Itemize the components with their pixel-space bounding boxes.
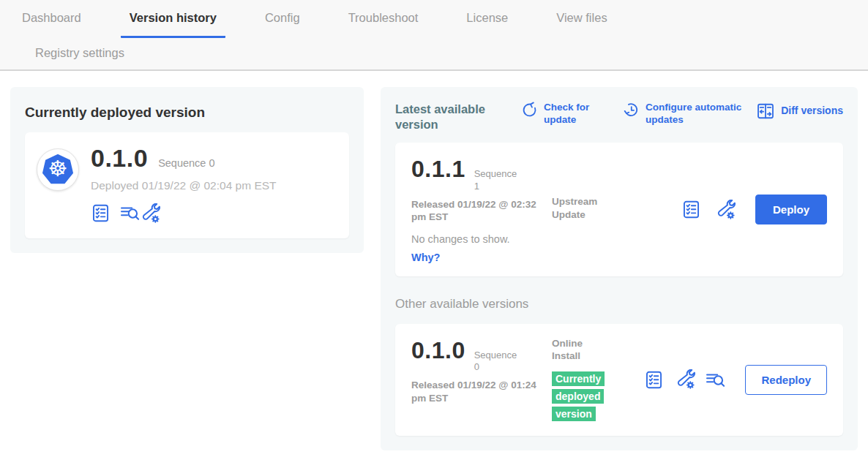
preflight-checks-icon[interactable] bbox=[681, 200, 701, 219]
preflight-checks-icon[interactable] bbox=[644, 370, 664, 390]
redeploy-button[interactable]: Redeploy bbox=[745, 365, 827, 395]
latest-version-info: 0.1.1 Sequence 1 Released 01/19/22 @ 02:… bbox=[411, 156, 552, 263]
currently-deployed-heading: Currently deployed version bbox=[25, 105, 349, 121]
latest-version-number: 0.1.1 bbox=[411, 156, 465, 183]
current-sequence-label: Sequence 0 bbox=[158, 157, 214, 169]
nav-tabs-row-2: Registry settings bbox=[0, 38, 868, 69]
online-install-label: Online Install bbox=[552, 337, 602, 363]
nav-tabs-row: Dashboard Version history Config Trouble… bbox=[0, 0, 868, 38]
currently-deployed-panel: Currently deployed version ☸ 0.1.0 Seque… bbox=[10, 87, 364, 253]
current-version-number: 0.1.0 bbox=[91, 144, 148, 173]
tab-view-files[interactable]: View files bbox=[547, 0, 616, 38]
deploy-button[interactable]: Deploy bbox=[755, 195, 827, 224]
schedule-update-icon bbox=[623, 102, 640, 127]
tab-version-history[interactable]: Version history bbox=[121, 0, 225, 38]
currently-deployed-card: ☸ 0.1.0 Sequence 0 Deployed 01/19/22 @ 0… bbox=[25, 132, 349, 238]
edit-config-icon[interactable] bbox=[716, 200, 736, 220]
other-sequence-label: Sequence 0 bbox=[474, 350, 520, 374]
current-version-info: 0.1.0 Sequence 0 Deployed 01/19/22 @ 02:… bbox=[91, 144, 277, 224]
refresh-icon bbox=[521, 102, 538, 127]
other-version-info: 0.1.0 Sequence 0 Released 01/19/22 @ 01:… bbox=[411, 337, 552, 423]
currently-deployed-badge: Currently deployed version bbox=[552, 370, 615, 423]
kubernetes-wheel-icon: ☸ bbox=[48, 158, 68, 180]
other-version-actions: Redeploy bbox=[644, 337, 827, 423]
preflight-checks-icon[interactable] bbox=[91, 203, 111, 223]
tab-dashboard[interactable]: Dashboard bbox=[13, 0, 90, 38]
no-changes-text: No changes to show. bbox=[411, 233, 552, 245]
upstream-update-label: Upstream Update bbox=[552, 195, 602, 221]
other-available-versions-heading: Other available versions bbox=[395, 297, 843, 312]
other-version-source: Online Install Currently deployed versio… bbox=[552, 337, 625, 423]
other-released-timestamp: Released 01/19/22 @ 01:24 pm EST bbox=[411, 379, 539, 404]
currently-deployed-badge-text: Currently deployed version bbox=[552, 371, 605, 421]
latest-version-card: 0.1.1 Sequence 1 Released 01/19/22 @ 02:… bbox=[395, 143, 843, 276]
diff-versions-link[interactable]: Diff versions bbox=[756, 102, 843, 121]
edit-config-icon[interactable] bbox=[676, 369, 696, 390]
latest-version-actions: Deploy bbox=[681, 156, 827, 263]
app-header: Dashboard Version history Config Trouble… bbox=[0, 0, 868, 71]
deploy-logs-icon[interactable] bbox=[705, 369, 726, 390]
edit-config-icon[interactable] bbox=[141, 203, 161, 224]
deploy-logs-icon[interactable] bbox=[119, 203, 141, 224]
latest-sequence-label: Sequence 1 bbox=[474, 168, 520, 192]
diff-icon bbox=[756, 102, 775, 121]
app-logo: ☸ bbox=[37, 148, 79, 191]
latest-released-timestamp: Released 01/19/22 @ 02:32 pm EST bbox=[411, 198, 539, 224]
why-link[interactable]: Why? bbox=[411, 252, 552, 263]
tab-license[interactable]: License bbox=[457, 0, 517, 38]
diff-versions-label: Diff versions bbox=[781, 105, 843, 118]
configure-automatic-updates-link[interactable]: Configure automatic updates bbox=[623, 102, 742, 127]
tab-troubleshoot[interactable]: Troubleshoot bbox=[340, 0, 427, 38]
tab-registry-settings[interactable]: Registry settings bbox=[26, 46, 133, 62]
latest-available-heading: Latest available version bbox=[395, 102, 496, 132]
deployed-timestamp: Deployed 01/19/22 @ 02:04 pm EST bbox=[91, 179, 277, 192]
latest-available-panel: Latest available version Check for updat… bbox=[381, 87, 858, 450]
check-for-update-label: Check for update bbox=[544, 102, 598, 127]
main-content: Currently deployed version ☸ 0.1.0 Seque… bbox=[0, 71, 868, 450]
tab-config[interactable]: Config bbox=[256, 0, 309, 38]
check-for-update-link[interactable]: Check for update bbox=[521, 102, 598, 127]
latest-version-source: Upstream Update bbox=[552, 156, 625, 263]
configure-automatic-updates-label: Configure automatic updates bbox=[646, 102, 742, 127]
other-version-number: 0.1.0 bbox=[411, 337, 465, 364]
other-version-card: 0.1.0 Sequence 0 Released 01/19/22 @ 01:… bbox=[395, 324, 843, 436]
